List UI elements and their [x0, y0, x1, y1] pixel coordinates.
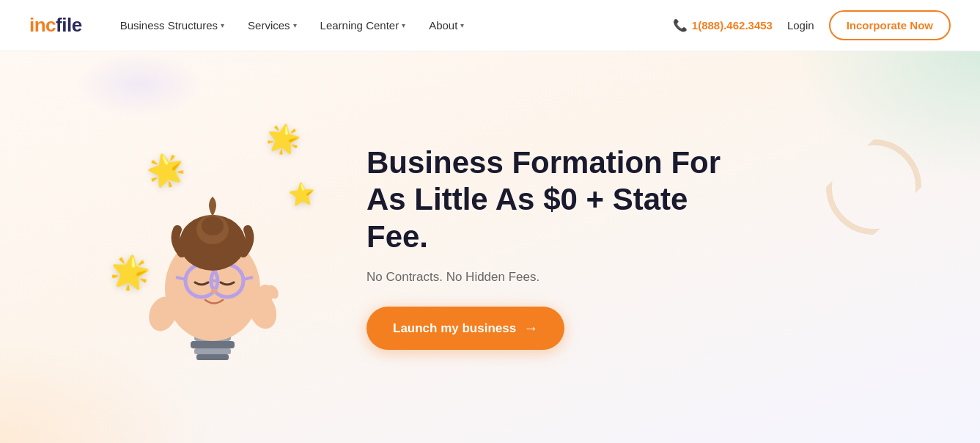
navbar: incfile Business Structures ▾ Services ▾…	[0, 0, 980, 51]
hero-subtext: No Contracts. No Hidden Fees.	[366, 270, 733, 285]
phone-icon: 📞	[673, 18, 688, 32]
arrow-icon: →	[523, 320, 538, 337]
chevron-down-icon: ▾	[460, 21, 464, 29]
nav-links: Business Structures ▾ Services ▾ Learnin…	[111, 13, 673, 37]
hero-inner: 🌟 🌟 ⭐ 🌟	[0, 108, 980, 387]
chevron-down-icon: ▾	[221, 21, 224, 29]
chevron-down-icon: ▾	[402, 21, 405, 29]
launch-business-button[interactable]: Launch my business →	[366, 307, 564, 350]
svg-point-15	[211, 289, 217, 293]
cta-label: Launch my business	[393, 321, 516, 336]
hero-heading: Business Formation For As Little As $0 +…	[366, 144, 733, 255]
svg-rect-1	[191, 341, 235, 348]
logo[interactable]: incfile	[29, 14, 82, 37]
hero-text: Business Formation For As Little As $0 +…	[366, 144, 733, 350]
nav-item-business-structures[interactable]: Business Structures ▾	[111, 13, 233, 37]
hero-section: 🌟 🌟 ⭐ 🌟	[0, 51, 980, 443]
chevron-down-icon: ▾	[293, 21, 297, 29]
nav-item-services[interactable]: Services ▾	[239, 13, 306, 37]
incorporate-now-button[interactable]: Incorporate Now	[829, 10, 951, 40]
mascot-area: 🌟 🌟 ⭐ 🌟	[103, 108, 323, 387]
mascot-figure	[125, 134, 301, 372]
logo-inc: inc	[29, 14, 56, 36]
phone-link[interactable]: 📞 1(888).462.3453	[673, 18, 773, 32]
svg-rect-3	[196, 354, 229, 360]
login-link[interactable]: Login	[787, 19, 814, 32]
nav-item-learning-center[interactable]: Learning Center ▾	[312, 13, 415, 37]
nav-right: 📞 1(888).462.3453 Login Incorporate Now	[673, 10, 951, 40]
svg-point-18	[202, 216, 224, 235]
svg-rect-2	[194, 348, 231, 354]
nav-item-about[interactable]: About ▾	[420, 13, 473, 37]
logo-file: file	[56, 14, 82, 36]
